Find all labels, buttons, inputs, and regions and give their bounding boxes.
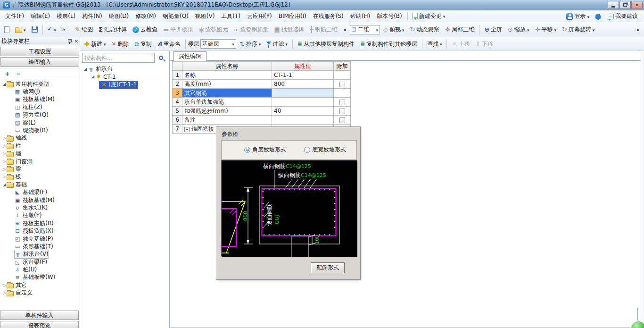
project-settings-button[interactable]: 工程设置: [0, 47, 79, 56]
toolbar-overflow-button[interactable]: »: [634, 25, 642, 34]
sidebar-item-strip-foundation[interactable]: ▭条形基础(T): [0, 243, 80, 250]
twisty-collapsed-icon[interactable]: ▷: [2, 291, 7, 295]
twisty-collapsed-icon[interactable]: ▷: [2, 160, 7, 164]
radio-angle-slope-label[interactable]: 角度放坡形式: [250, 146, 288, 154]
expand-plus-icon[interactable]: ＋: [184, 127, 190, 132]
sidebar-item-cast-slab[interactable]: ▭现浇板(B): [0, 126, 80, 134]
sidebar-item-door-window-folder[interactable]: ▷门窗洞: [0, 158, 80, 165]
rename-component-button[interactable]: A重命名: [155, 39, 183, 50]
menu-edit[interactable]: 编辑(E): [27, 10, 53, 22]
menu-component[interactable]: 构件(N): [79, 10, 105, 22]
sidebar-close-icon[interactable]: ✕: [74, 39, 78, 44]
radio-angle-slope[interactable]: [244, 147, 250, 153]
menu-file[interactable]: 文件(F): [2, 10, 27, 22]
tree-node-ct1-1-selected[interactable]: ✱ (底)CT-1-1: [80, 81, 170, 89]
restore-button[interactable]: [619, 1, 631, 9]
sidebar-item-raft-negative-rebar[interactable]: ⊟筏板负筋(X): [0, 227, 80, 235]
sidebar-item-custom-folder[interactable]: ▷自定义: [0, 289, 80, 297]
sidebar-item-independent-foundation[interactable]: ◰独立基础(P): [0, 235, 80, 243]
twisty-expanded-icon[interactable]: ◢: [91, 75, 95, 79]
pan-button[interactable]: ✛平移: [533, 24, 559, 35]
flush-slab-top-button[interactable]: ▬平齐板顶: [161, 24, 195, 35]
batch-select-button[interactable]: ▦批量选择: [272, 24, 306, 35]
sidebar-item-column-folder[interactable]: ▷柱: [0, 142, 80, 150]
menu-help[interactable]: 帮助(H): [347, 10, 373, 22]
sidebar-item-beam-folder[interactable]: ▷梁: [0, 165, 80, 173]
copy-to-floor-button[interactable]: ≣复制构件到其他楼层: [358, 39, 420, 50]
twisty-expanded-icon[interactable]: ◢: [2, 183, 7, 187]
sidebar-item-sump-pit[interactable]: ∪集水坑(K): [0, 204, 80, 211]
sidebar-item-foundation-folder[interactable]: ◢基础: [0, 181, 80, 188]
twisty-collapsed-icon[interactable]: ▷: [2, 136, 7, 140]
sidebar-item-slab-folder[interactable]: ▷板: [0, 173, 80, 181]
attach-checkbox[interactable]: [339, 82, 345, 87]
new-document-button[interactable]: [2, 25, 12, 34]
zoom-button[interactable]: ⊙缩放: [505, 24, 531, 35]
find-element-button[interactable]: ◉查找图元: [196, 24, 230, 35]
draw-button[interactable]: ✎绘图: [73, 24, 95, 35]
sidebar-item-axis-folder[interactable]: ▷轴线: [0, 135, 80, 142]
move-down-button[interactable]: ⇩下移: [473, 39, 495, 50]
summary-calc-button[interactable]: Σ汇总计算: [96, 24, 129, 35]
rebar-diagram-canvas[interactable]: 横向钢筋 C14@125 纵向钢筋 C14@125 侧面钢筋 CGJ 800 1…: [221, 160, 357, 256]
menu-draw[interactable]: 绘图(D): [106, 10, 132, 22]
copy-component-button[interactable]: ⧉复制: [132, 39, 154, 50]
property-row-other-rebar-selected[interactable]: 3 其它钢筋: [173, 89, 351, 98]
menu-version[interactable]: 版本号(B): [373, 10, 405, 22]
search-input[interactable]: [82, 53, 155, 63]
menu-view[interactable]: 视图(V): [192, 10, 218, 22]
twisty-collapsed-icon[interactable]: ▷: [2, 175, 7, 179]
screen-rotate-button[interactable]: ↻屏幕旋转: [560, 24, 597, 35]
value-cell[interactable]: [272, 89, 334, 98]
sidebar-item-pile[interactable]: ⇓桩(U): [0, 266, 80, 273]
property-row-remark[interactable]: 6 备注: [173, 116, 351, 125]
sidebar-item-common-types[interactable]: ◢常用构件类型: [0, 80, 80, 88]
report-preview-button[interactable]: 报表预览: [0, 321, 79, 328]
cloud-check-button[interactable]: ✓云检查: [130, 24, 160, 35]
radio-bottom-width-slope-label[interactable]: 底宽放坡形式: [310, 146, 348, 154]
find-button[interactable]: 查找: [425, 39, 445, 50]
toolbar-overflow-button[interactable]: »: [59, 25, 67, 34]
delete-component-button[interactable]: ✕删除: [109, 39, 131, 50]
copy-from-floor-button[interactable]: ≣从其他楼层复制构件: [295, 39, 357, 50]
tree-node-ct1[interactable]: ◢ ✱ CT-1: [80, 73, 170, 81]
twisty-collapsed-icon[interactable]: ▷: [2, 144, 7, 148]
notification-bell-icon[interactable]: [595, 14, 601, 19]
sidebar-item-shear-wall[interactable]: ▨剪力墙(Q): [0, 111, 80, 119]
value-cell[interactable]: 40: [272, 107, 334, 116]
view-rebar-qty-button[interactable]: ∞查看钢筋量: [231, 24, 271, 35]
floor-combo[interactable]: 基础层: [200, 39, 236, 49]
minimize-button[interactable]: [608, 1, 619, 9]
value-cell[interactable]: [272, 116, 334, 125]
draw-input-button[interactable]: 绘图输入: [0, 57, 79, 67]
new-change-button[interactable]: 新建变更: [410, 11, 448, 22]
twisty-expanded-icon[interactable]: ◢: [2, 82, 7, 86]
value-cell[interactable]: CT-1-1: [272, 71, 334, 80]
tree-node-pile-cap-root[interactable]: ◢ ┳ 桩承台: [80, 65, 170, 73]
twisty-collapsed-icon[interactable]: ▷: [2, 283, 7, 287]
view-mode-combo[interactable]: 二维: [350, 25, 380, 34]
top-view-button[interactable]: ◇俯视: [381, 24, 407, 35]
sidebar-item-raft-main-rebar[interactable]: ⊞筏板主筋(R): [0, 219, 80, 227]
property-row-name[interactable]: 1 名称 CT-1-1: [173, 71, 351, 80]
new-component-button[interactable]: ✚新建: [82, 39, 108, 50]
pin-icon[interactable]: [67, 39, 72, 44]
sidebar-item-foundation-beam[interactable]: ◣基础梁(F): [0, 188, 80, 196]
sidebar-item-wall-folder[interactable]: ▷墙: [0, 150, 80, 158]
sidebar-item-raft-foundation[interactable]: ▣筏板基础(M): [0, 96, 80, 103]
menu-cloud-app[interactable]: 云应用(Y): [244, 10, 275, 22]
attach-checkbox[interactable]: [339, 100, 345, 105]
toolbar-overflow-button[interactable]: »: [341, 25, 349, 34]
save-button[interactable]: [29, 25, 40, 34]
sidebar-item-column-pier[interactable]: ⊥柱墩(Y): [0, 212, 80, 219]
value-cell[interactable]: 800: [272, 80, 334, 89]
sidebar-item-beam[interactable]: ▤梁(L): [0, 119, 80, 126]
attach-checkbox[interactable]: [339, 109, 345, 114]
menu-tools[interactable]: 工具(T): [218, 10, 244, 22]
menu-bim-app[interactable]: BIM应用(I): [275, 10, 310, 22]
close-button[interactable]: ✕: [631, 1, 643, 9]
open-button[interactable]: [13, 25, 28, 34]
sidebar-item-cap-beam[interactable]: ◺承台梁(F): [0, 258, 80, 266]
property-row-rebar-start[interactable]: 5 加强筋起步(mm) 40: [173, 107, 351, 116]
sort-button[interactable]: ⇅排序: [237, 39, 263, 50]
